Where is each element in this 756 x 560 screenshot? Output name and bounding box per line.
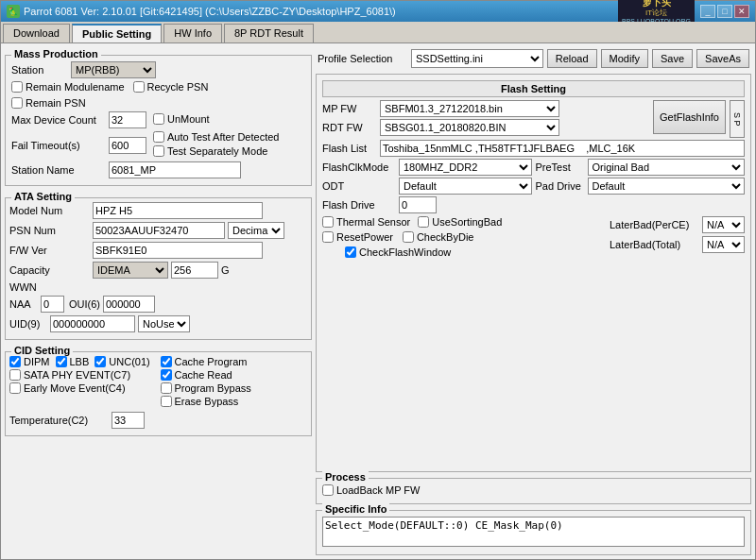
capacity-input[interactable] bbox=[171, 262, 218, 279]
later-bad-total-label: LaterBad(Total) bbox=[610, 239, 699, 250]
later-bad-total-dropdown[interactable]: N/A bbox=[702, 236, 745, 253]
rdt-fw-dropdown[interactable]: SBSG01.1_20180820.BIN bbox=[380, 119, 559, 136]
save-button[interactable]: Save bbox=[652, 49, 693, 68]
reload-button[interactable]: Reload bbox=[547, 49, 597, 68]
wwn-label: WWN bbox=[9, 281, 90, 293]
cache-read-label: Cache Read bbox=[175, 369, 232, 381]
odt-label: ODT bbox=[322, 180, 396, 192]
reset-check-row: ResetPower CheckByDie bbox=[322, 231, 606, 245]
cache-read-row: Cache Read bbox=[161, 369, 308, 381]
later-bad-perce-dropdown[interactable]: N/A bbox=[702, 216, 745, 233]
dipm-checkbox[interactable] bbox=[9, 356, 21, 367]
remain-psn-checkbox[interactable] bbox=[11, 97, 23, 109]
temperature-row: Temperature(C2) bbox=[9, 412, 307, 429]
flash-clk-area: FlashClkMode 180MHZ_DDR2 bbox=[322, 159, 532, 176]
oui-input[interactable] bbox=[103, 296, 155, 313]
sata-phy-label: SATA PHY EVENT(C7) bbox=[24, 369, 130, 381]
nouse-dropdown[interactable]: NoUse bbox=[138, 315, 190, 332]
get-flash-info-button[interactable]: GetFlashInfo bbox=[653, 100, 726, 134]
flash-drive-input[interactable] bbox=[399, 196, 437, 213]
thermal-sensor-label: Thermal Sensor bbox=[336, 216, 410, 228]
fail-timeout-input[interactable] bbox=[109, 137, 146, 154]
psn-num-input[interactable] bbox=[93, 222, 225, 239]
flash-fw-area: MP FW SBFM01.3_27122018.bin RDT FW SBSG0… bbox=[322, 100, 745, 138]
titlebar: 🦜 Parrot 6081 Ver: 2.10.01 [Git:6421495]… bbox=[1, 1, 755, 22]
remain-modulename-checkbox[interactable] bbox=[11, 81, 23, 93]
check-by-die-checkbox[interactable] bbox=[403, 231, 414, 243]
temperature-input[interactable] bbox=[112, 412, 145, 429]
profile-select[interactable]: SSDSetting.ini bbox=[411, 49, 543, 68]
station-name-input[interactable] bbox=[109, 161, 241, 178]
maximize-button[interactable]: □ bbox=[717, 5, 732, 18]
uid-input[interactable] bbox=[50, 315, 135, 332]
auto-test-checkbox[interactable] bbox=[153, 131, 164, 143]
mp-fw-dropdown[interactable]: SBFM01.3_27122018.bin bbox=[380, 100, 559, 117]
recycle-psn-checkbox[interactable] bbox=[133, 81, 145, 93]
load-back-mp-fw-label: LoadBack MP FW bbox=[336, 484, 420, 496]
model-num-label: Model Num bbox=[9, 205, 90, 216]
reset-power-checkbox[interactable] bbox=[322, 231, 334, 243]
cache-read-checkbox[interactable] bbox=[161, 369, 172, 381]
remain-psn-check-row: Remain PSN bbox=[11, 97, 305, 109]
odt-dropdown[interactable]: Default bbox=[399, 178, 532, 195]
early-move-checkbox[interactable] bbox=[9, 382, 21, 394]
uid-label: UID(9) bbox=[9, 318, 47, 330]
cache-program-checkbox[interactable] bbox=[161, 356, 172, 367]
unmount-checkbox[interactable] bbox=[153, 113, 164, 125]
sata-phy-checkbox[interactable] bbox=[9, 369, 21, 381]
later-bad-col: LaterBad(PerCE) N/A LaterBad(Total) N/A bbox=[610, 216, 745, 260]
tab-hw-info[interactable]: HW Info bbox=[163, 24, 222, 42]
fw-ver-input[interactable] bbox=[93, 242, 263, 259]
program-bypass-checkbox[interactable] bbox=[161, 382, 172, 394]
remain-row: Remain Modulename Recycle PSN bbox=[11, 81, 305, 94]
saveas-button[interactable]: SaveAs bbox=[696, 49, 749, 68]
model-num-input[interactable] bbox=[93, 202, 263, 219]
sata-phy-row: SATA PHY EVENT(C7) bbox=[9, 369, 157, 381]
specific-info-textarea[interactable]: Select_Mode(DEFAULT::0) CE_Mask_Map(0) bbox=[322, 517, 745, 547]
use-sorting-bad-check-row: UseSortingBad bbox=[418, 216, 502, 228]
flash-clk-dropdown[interactable]: 180MHZ_DDR2 bbox=[399, 159, 532, 176]
flash-list-input[interactable] bbox=[380, 140, 745, 157]
minimize-button[interactable]: _ bbox=[700, 5, 715, 18]
naa-input[interactable] bbox=[41, 296, 64, 313]
use-sorting-bad-checkbox[interactable] bbox=[418, 216, 429, 228]
close-button[interactable]: ✕ bbox=[734, 5, 749, 18]
remain-modulename-label: Remain Modulename bbox=[26, 81, 125, 93]
unc01-checkbox[interactable] bbox=[94, 356, 106, 367]
pad-drive-area: Pad Drive Default bbox=[536, 178, 746, 195]
tab-download[interactable]: Download bbox=[3, 24, 70, 42]
naa-row: NAA OUI(6) bbox=[9, 296, 307, 313]
cache-program-label: Cache Program bbox=[175, 356, 248, 367]
test-sep-checkbox[interactable] bbox=[153, 145, 164, 157]
pad-drive-dropdown[interactable]: Default bbox=[588, 178, 746, 195]
check-flash-window-checkbox[interactable] bbox=[345, 246, 356, 258]
station-dropdown[interactable]: MP(RBB) bbox=[71, 61, 156, 78]
fw-ver-row: F/W Ver bbox=[9, 242, 307, 259]
pretest-dropdown[interactable]: Original Bad bbox=[588, 159, 746, 176]
tabbar: Download Public Setting HW Info 8P RDT R… bbox=[1, 22, 755, 43]
ata-setting-title: ATA Setting bbox=[11, 191, 75, 202]
decimal-dropdown[interactable]: Decimal bbox=[228, 222, 284, 239]
fail-timeout-label: Fail Timeout(s) bbox=[11, 140, 106, 151]
logo-line2: IT论坛 bbox=[622, 8, 691, 18]
cache-program-row: Cache Program bbox=[161, 356, 308, 367]
logo-line1: 萝卜头 bbox=[622, 0, 691, 8]
load-back-mp-fw-checkbox[interactable] bbox=[322, 484, 334, 496]
temperature-label: Temperature(C2) bbox=[9, 415, 109, 426]
specific-info-section: Specific Info Select_Mode(DEFAULT::0) CE… bbox=[316, 510, 751, 555]
modify-button[interactable]: Modify bbox=[601, 49, 648, 68]
later-bad-perce-row: LaterBad(PerCE) N/A bbox=[610, 216, 745, 233]
capacity-dropdown[interactable]: IDEMA bbox=[93, 262, 168, 279]
lbb-checkbox[interactable] bbox=[56, 356, 67, 367]
tab-public-setting[interactable]: Public Setting bbox=[72, 24, 162, 42]
rdt-fw-row: RDT FW SBSG01.1_20180820.BIN bbox=[322, 119, 649, 136]
thermal-sensor-checkbox[interactable] bbox=[322, 216, 334, 228]
flash-list-label: Flash List bbox=[322, 143, 377, 154]
fw-ver-label: F/W Ver bbox=[9, 245, 90, 256]
erase-bypass-checkbox[interactable] bbox=[161, 396, 172, 407]
early-move-row: Early Move Event(C4) bbox=[9, 382, 157, 394]
max-device-input[interactable] bbox=[109, 111, 146, 128]
reset-power-check-row: ResetPower bbox=[322, 231, 393, 243]
dipm-label: DIPM bbox=[24, 356, 50, 367]
tab-8p-rdt-result[interactable]: 8P RDT Result bbox=[224, 24, 314, 42]
